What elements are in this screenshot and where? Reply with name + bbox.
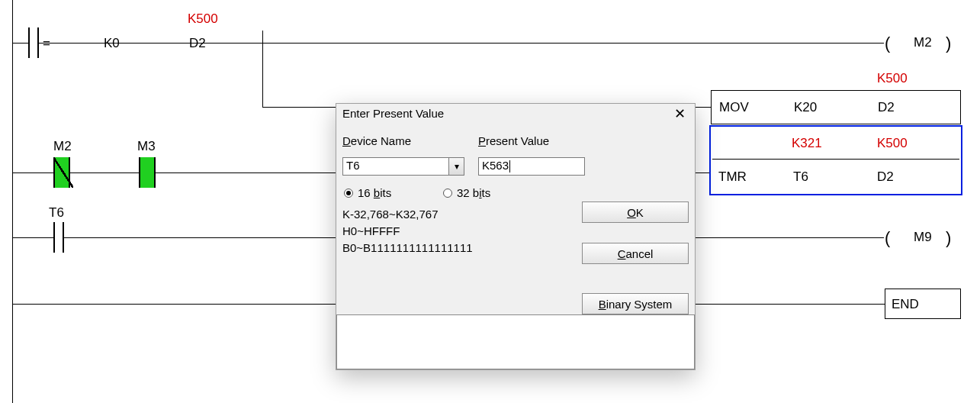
mov-dst: D2	[878, 100, 895, 115]
wire	[156, 172, 336, 173]
branch-riser	[262, 43, 263, 107]
close-icon: ✕	[674, 106, 686, 121]
ladder-editor-canvas: = K0 D2 K500 ( M2 ) MOV K20 D2 K500 K321…	[0, 0, 980, 403]
ok-button[interactable]: OK	[582, 202, 689, 223]
device-name-combo[interactable]: T6 ▾	[342, 157, 464, 176]
coil-m2-label: M2	[914, 36, 932, 49]
wire	[12, 304, 336, 305]
tmr-d-monitor: K500	[877, 136, 908, 151]
end-opcode: END	[892, 297, 919, 312]
contact-m3-no[interactable]	[139, 157, 156, 188]
device-name-label: Device Name	[342, 134, 411, 147]
wire	[696, 304, 885, 305]
wire	[696, 237, 884, 238]
wire	[12, 43, 28, 44]
cancel-button[interactable]: Cancel	[582, 243, 689, 264]
tmr-instruction[interactable]: K321 K500 TMR T6 D2	[709, 125, 962, 195]
contact-m3-label: M3	[137, 140, 156, 153]
wire	[12, 237, 53, 238]
contact-m2-nc[interactable]	[53, 157, 70, 188]
radio-16-bits[interactable]: 16 bits	[344, 186, 391, 199]
contact-t6-no[interactable]	[53, 222, 64, 253]
contact-t6-label: T6	[49, 206, 64, 219]
present-value-text: K563	[482, 159, 509, 172]
radio-32-bits[interactable]: 32 bits	[443, 186, 490, 199]
binary-system-button[interactable]: Binary System	[582, 293, 689, 314]
caret-icon	[509, 160, 510, 172]
compare-arg2-monitor: K500	[188, 12, 218, 25]
coil-close-paren: )	[946, 34, 951, 53]
close-button[interactable]: ✕	[669, 105, 690, 124]
tmr-opcode: TMR	[718, 169, 747, 185]
wire	[262, 43, 884, 44]
present-value-input[interactable]: K563	[478, 157, 585, 176]
device-name-combo-value: T6	[346, 159, 360, 172]
coil-close-paren: )	[946, 228, 951, 248]
mov-instruction[interactable]: MOV K20 D2	[711, 90, 961, 124]
coil-m9-label: M9	[914, 231, 932, 243]
range-h: H0~HFFFF	[342, 224, 400, 237]
tmr-preset: D2	[877, 169, 894, 185]
wire	[696, 172, 709, 173]
range-k: K-32,768~K32,767	[342, 208, 439, 221]
tmr-divider	[712, 159, 959, 160]
end-instruction[interactable]: END	[885, 289, 961, 319]
dialog-title: Enter Present Value	[336, 104, 695, 121]
present-value-label: Present Value	[478, 134, 549, 147]
tmr-t-monitor: K321	[792, 136, 822, 151]
wire	[64, 237, 336, 238]
coil-open-paren: (	[885, 228, 890, 248]
chevron-down-icon[interactable]: ▾	[448, 158, 464, 175]
compare-instruction[interactable]	[28, 27, 39, 58]
radio-dot-icon	[344, 189, 353, 198]
mov-opcode: MOV	[719, 100, 749, 115]
range-b: B0~B1111111111111111	[342, 241, 473, 254]
wire	[70, 172, 139, 173]
wire	[12, 172, 53, 173]
radio-dot-icon	[443, 189, 452, 198]
enter-present-value-dialog: Enter Present Value ✕ Device Name Presen…	[336, 103, 696, 370]
dialog-bottom-panel	[336, 314, 695, 369]
mov-dst-monitor: K500	[877, 72, 908, 85]
power-rail-left	[12, 0, 13, 403]
contact-m2-label: M2	[53, 140, 72, 153]
wire	[39, 43, 262, 44]
mov-src: K20	[794, 100, 817, 115]
coil-open-paren: (	[885, 34, 890, 53]
tmr-timer: T6	[793, 169, 808, 185]
